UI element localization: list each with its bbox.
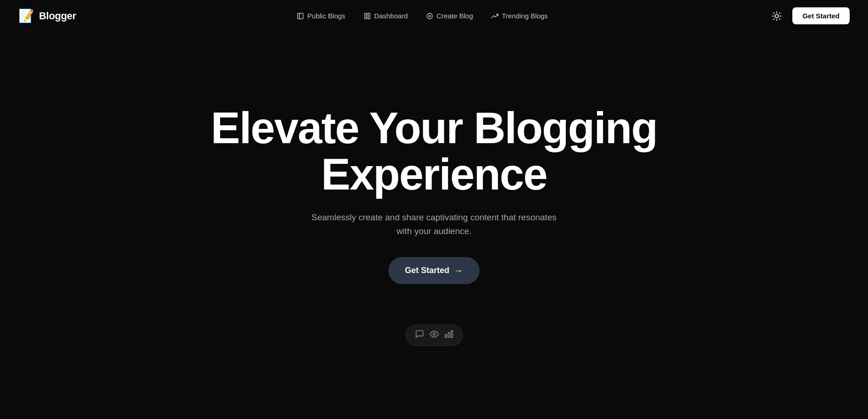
navbar-right: Get Started <box>768 7 850 24</box>
hero-subtitle: Seamlessly create and share captivating … <box>306 211 563 239</box>
hero-section: Elevate Your Blogging Experience Seamles… <box>0 0 868 419</box>
svg-rect-21 <box>445 335 446 338</box>
dashboard-icon <box>364 12 371 20</box>
svg-rect-19 <box>451 330 453 337</box>
svg-rect-2 <box>365 13 367 16</box>
brand-name: Blogger <box>39 10 76 22</box>
svg-line-12 <box>774 12 774 13</box>
svg-rect-20 <box>448 332 449 337</box>
svg-line-13 <box>780 18 780 19</box>
nav-item-create-blog[interactable]: Create Blog <box>419 8 480 23</box>
book-icon <box>297 12 304 20</box>
hero-cta-arrow-icon: → <box>454 265 463 276</box>
navbar: 📝 Blogger Public Blogs <box>0 0 868 32</box>
svg-rect-4 <box>368 17 370 19</box>
svg-point-9 <box>775 14 778 17</box>
svg-line-16 <box>774 18 774 19</box>
hero-cta-label: Get Started <box>405 266 449 275</box>
nav-trending-blogs-label: Trending Blogs <box>502 12 547 20</box>
hero-cta-button[interactable]: Get Started → <box>388 257 480 284</box>
nav-item-dashboard[interactable]: Dashboard <box>356 8 415 23</box>
nav-item-trending-blogs[interactable]: Trending Blogs <box>484 8 555 23</box>
theme-toggle-button[interactable] <box>768 8 785 24</box>
main-nav: Public Blogs Dashboard <box>289 8 555 23</box>
hero-content: Elevate Your Blogging Experience Seamles… <box>159 105 709 346</box>
nav-item-public-blogs[interactable]: Public Blogs <box>289 8 353 23</box>
nav-dashboard-label: Dashboard <box>374 12 408 20</box>
brand: 📝 Blogger <box>18 10 76 22</box>
svg-rect-5 <box>365 17 367 19</box>
nav-public-blogs-label: Public Blogs <box>307 12 345 20</box>
eye-view-icon[interactable] <box>430 330 439 341</box>
svg-line-17 <box>780 12 780 13</box>
sun-icon <box>772 11 782 21</box>
bar-chart-icon[interactable] <box>444 330 453 341</box>
chat-bubble-icon[interactable] <box>415 330 424 341</box>
nav-get-started-button[interactable]: Get Started <box>792 7 850 24</box>
trending-icon <box>491 12 498 20</box>
plus-circle-icon <box>426 12 433 20</box>
svg-rect-3 <box>368 13 370 16</box>
bottom-icons-row <box>405 324 463 346</box>
nav-create-blog-label: Create Blog <box>437 12 473 20</box>
brand-logo-icon: 📝 <box>18 10 34 22</box>
svg-rect-0 <box>298 13 303 19</box>
bottom-icon-pill <box>405 324 463 346</box>
svg-point-18 <box>433 333 435 335</box>
hero-title: Elevate Your Blogging Experience <box>177 105 691 198</box>
